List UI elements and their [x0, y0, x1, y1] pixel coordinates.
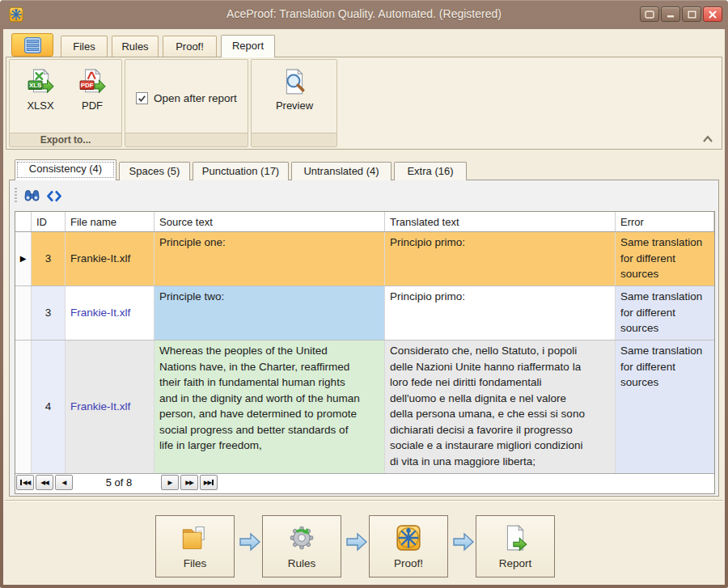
ribbon-tab-report[interactable]: Report — [221, 35, 275, 57]
preview-icon — [281, 68, 308, 95]
minimize-button[interactable] — [661, 6, 680, 22]
svg-text:PDF: PDF — [81, 82, 94, 89]
close-button[interactable] — [703, 6, 722, 22]
pager-first-button[interactable]: ◀◀ — [16, 475, 34, 490]
proof-icon — [395, 524, 422, 552]
fullscreen-button[interactable] — [640, 6, 659, 22]
pager-prev-page-button[interactable]: ◀◀ — [36, 475, 53, 490]
cell-filename: Frankie-It.xlf — [66, 232, 154, 286]
grid-toolbar — [13, 184, 61, 207]
workflow-rules-label: Rules — [288, 557, 316, 569]
pager-prev-button[interactable]: ◀ — [55, 475, 73, 490]
export-xlsx-label: XLSX — [16, 99, 65, 112]
results-grid: ID File name Source text Translated text… — [15, 211, 715, 494]
ribbon-tab-rules[interactable]: Rules — [112, 36, 159, 57]
grid-header-filename[interactable]: File name — [66, 212, 154, 231]
title-bar[interactable]: AceProof: Translation Quality. Automated… — [0, 0, 728, 29]
application-menu-button[interactable] — [11, 33, 53, 57]
preview-button[interactable]: Preview — [270, 68, 319, 112]
cell-source-text: Principle one: — [154, 232, 385, 286]
pager-last-button[interactable]: ▶▶ — [200, 475, 218, 490]
export-xlsx-button[interactable]: XLS XLSX — [16, 68, 65, 112]
report-icon — [502, 524, 529, 552]
workflow-rules-button[interactable]: Rules — [262, 515, 341, 577]
export-pdf-button[interactable]: PDF PDF — [68, 68, 116, 112]
ribbon-group-options: Open after report — [125, 59, 248, 147]
grid-row-selected[interactable]: ▶ 3 Frankie-It.xlf Principle one: Princi… — [15, 232, 714, 286]
pdf-file-icon: PDF — [78, 68, 106, 95]
grid-row[interactable]: 4 Frankie-It.xlf Whereas the peoples of … — [15, 341, 714, 474]
ribbon-tab-files[interactable]: Files — [61, 36, 108, 57]
ribbon-content: XLS XLSX PDF PDF Expor — [6, 57, 722, 150]
cell-id: 3 — [32, 232, 66, 286]
ribbon-group-export: XLS XLSX PDF PDF Expor — [9, 59, 122, 147]
maximize-button[interactable] — [682, 6, 701, 22]
ribbon-group-label-preview — [252, 133, 336, 146]
xlsx-file-icon: XLS — [27, 68, 54, 95]
tab-consistency[interactable]: Consistency (4) — [15, 159, 116, 180]
fullscreen-icon — [645, 11, 654, 19]
export-pdf-label: PDF — [68, 99, 116, 112]
grid-header-error[interactable]: Error — [616, 212, 714, 231]
code-view-icon[interactable] — [47, 190, 61, 202]
cell-filename: Frankie-It.xlf — [66, 341, 154, 473]
app-window: AceProof: Translation Quality. Automated… — [0, 0, 728, 588]
cell-error: Same translation for different sources — [616, 341, 714, 473]
cell-translated-text: Considerato che, nello Statuto, i popoli… — [385, 341, 616, 473]
ribbon-group-label-options — [125, 133, 248, 146]
ribbon-group-preview: Preview — [251, 59, 337, 147]
collapse-ribbon-icon[interactable] — [702, 134, 713, 144]
ribbon-tab-proof[interactable]: Proof! — [163, 36, 217, 57]
workflow-files-button[interactable]: Files — [155, 515, 235, 577]
tab-spaces[interactable]: Spaces (5) — [119, 162, 190, 180]
cell-id: 3 — [32, 286, 66, 340]
workflow-report-button[interactable]: Report — [476, 515, 555, 577]
cell-id: 4 — [32, 341, 66, 473]
tab-extra[interactable]: Extra (16) — [394, 162, 467, 180]
workflow-arrow-icon — [346, 532, 367, 552]
tab-punctuation[interactable]: Punctuation (17) — [193, 162, 289, 180]
grid-header-source[interactable]: Source text — [154, 212, 385, 231]
cell-filename: Frankie-It.xlf — [66, 286, 154, 340]
maximize-icon — [688, 11, 696, 19]
minimize-icon — [667, 11, 675, 18]
cell-source-text: Whereas the peoples of the United Nation… — [154, 341, 385, 473]
pager-next-page-button[interactable]: ▶▶ — [180, 475, 198, 490]
folder-icon — [180, 524, 210, 552]
workflow-arrow-icon — [239, 532, 260, 552]
preview-label: Preview — [270, 99, 319, 112]
checkbox-icon[interactable] — [136, 92, 148, 104]
rules-gear-icon — [288, 524, 315, 552]
toolbar-grip[interactable] — [15, 188, 17, 204]
open-after-report-label: Open after report — [154, 92, 237, 104]
cell-error: Same translation for different sources — [616, 232, 714, 286]
workflow-proof-label: Proof! — [394, 557, 423, 569]
bottom-divider — [5, 500, 723, 501]
client-area: Files Rules Proof! Report XLS XLSX — [3, 29, 725, 585]
cell-error: Same translation for different sources — [616, 286, 714, 340]
pager-next-button[interactable]: ▶ — [161, 475, 179, 490]
current-row-indicator: ▶ — [20, 251, 27, 267]
workflow-arrow-icon — [453, 532, 474, 552]
grid-header-row: ID File name Source text Translated text… — [15, 212, 714, 232]
cell-translated-text: Principio primo: — [385, 286, 616, 340]
workflow-proof-button[interactable]: Proof! — [369, 515, 448, 577]
workflow-report-label: Report — [499, 557, 532, 569]
close-icon — [709, 11, 717, 19]
find-icon[interactable] — [24, 189, 40, 203]
svg-text:XLS: XLS — [29, 82, 41, 89]
grid-header-id[interactable]: ID — [32, 212, 66, 231]
pager-position: 5 of 8 — [78, 476, 159, 489]
tab-untranslated[interactable]: Untranslated (4) — [291, 162, 392, 180]
grid-header-translated[interactable]: Translated text — [385, 212, 616, 231]
grid-header-rowmark — [15, 212, 32, 231]
results-panel: ID File name Source text Translated text… — [9, 180, 719, 497]
grid-pager: ◀◀ ◀◀ ◀ 5 of 8 ▶ ▶▶ ▶▶ — [15, 474, 714, 493]
cell-source-text: Principle two: — [154, 286, 385, 340]
open-after-report-checkbox[interactable]: Open after report — [136, 92, 237, 104]
menu-list-icon — [24, 37, 41, 53]
ribbon-group-label-export: Export to... — [10, 133, 121, 146]
grid-row[interactable]: 3 Frankie-It.xlf Principle two: Principi… — [15, 286, 714, 341]
workflow-files-label: Files — [184, 557, 207, 569]
window-title: AceProof: Translation Quality. Automated… — [0, 7, 728, 20]
